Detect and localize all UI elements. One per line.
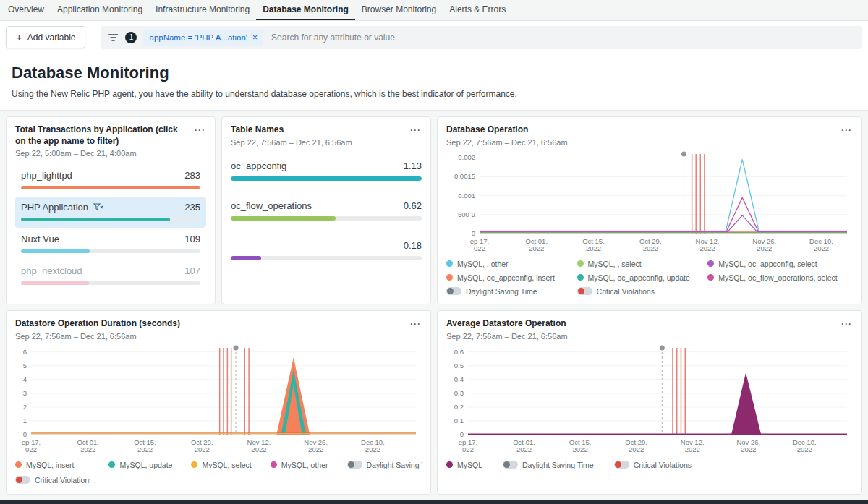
- legend-dot: [446, 461, 453, 468]
- bar-track: [231, 216, 422, 221]
- svg-text:Oct 15,2022: Oct 15,2022: [134, 438, 156, 453]
- critical-violations-toggle[interactable]: [577, 287, 592, 295]
- svg-text:0: 0: [460, 430, 464, 438]
- svg-text:Oct 15,2022: Oct 15,2022: [569, 438, 592, 453]
- svg-text:Oct 29,2022: Oct 29,2022: [625, 438, 647, 453]
- legend-item[interactable]: Critical Violations: [577, 287, 704, 296]
- svg-text:Nov 26,2022: Nov 26,2022: [736, 438, 760, 453]
- legend-label: MySQL, oc_appconfig, update: [588, 273, 690, 282]
- bar-row-unnamed[interactable]: 0.18: [231, 234, 422, 273]
- bar-row-php_lighttpd[interactable]: php_lighttpd283: [15, 165, 206, 196]
- legend-item[interactable]: Daylight Saving Time: [446, 287, 573, 296]
- table-names-bar-list: oc_appconfig1.13oc_flow_operations0.620.…: [231, 154, 422, 273]
- filter-chip-label: appName = 'PHP A...ation': [149, 33, 247, 42]
- legend-item[interactable]: Daylight Saving Time: [503, 461, 594, 469]
- panel-timerange: Sep 22, 7:56am – Dec 21, 6:56am: [446, 332, 571, 341]
- legend-item[interactable]: MySQL, oc_appconfig, insert: [446, 273, 573, 282]
- legend-item[interactable]: MySQL, update: [109, 461, 172, 469]
- bar-track: [21, 218, 200, 221]
- panel-timerange: Sep 22, 7:56am – Dec 21, 6:56am: [15, 332, 184, 341]
- legend-item[interactable]: Critical Violations: [15, 476, 90, 484]
- nav-item-alerts-errors[interactable]: Alerts & Errors: [443, 0, 512, 20]
- search-input[interactable]: [270, 32, 855, 43]
- legend-item[interactable]: MySQL, , select: [577, 260, 704, 268]
- legend-dot: [446, 274, 453, 281]
- panel-database-operation: Database Operation Sep 22, 7:56am – Dec …: [437, 116, 862, 304]
- filter-remove-icon[interactable]: [93, 203, 103, 211]
- panel-menu-button[interactable]: ⋯: [192, 124, 206, 135]
- bar-track: [21, 249, 200, 253]
- svg-text:Nov 26,2022: Nov 26,2022: [752, 237, 776, 252]
- daylight-saving-toggle[interactable]: [347, 461, 362, 469]
- bar-row-oc_appconfig[interactable]: oc_appconfig1.13: [231, 154, 422, 194]
- svg-text:3: 3: [23, 388, 27, 396]
- panel-menu-button[interactable]: ⋯: [839, 318, 853, 329]
- bar-value: 283: [184, 170, 200, 181]
- bar-row-nuxt-vue[interactable]: Nuxt Vue109: [15, 228, 206, 260]
- svg-text:0.4: 0.4: [454, 375, 464, 383]
- avg-datastore-legend: MySQLDaylight Saving TimeCritical Violat…: [446, 461, 853, 469]
- bar-value: 107: [184, 265, 200, 276]
- bar-row-php_nextcloud[interactable]: php_nextcloud107: [15, 260, 206, 291]
- svg-text:0.2: 0.2: [454, 402, 464, 410]
- datastore-duration-legend: MySQL, insertMySQL, updateMySQL, selectM…: [15, 461, 422, 484]
- legend-item[interactable]: Daylight Saving Ti...: [347, 461, 422, 469]
- filter-search-container: 1 appName = 'PHP A...ation' ×: [101, 26, 862, 49]
- svg-text:Nov 26,2022: Nov 26,2022: [304, 438, 328, 453]
- panel-timerange: Sep 22, 5:00am – Dec 21, 4:00am: [15, 149, 192, 158]
- svg-text:4: 4: [23, 375, 27, 383]
- legend-label: MySQL, select: [202, 461, 251, 469]
- critical-violations-toggle[interactable]: [614, 461, 629, 469]
- svg-text:Dec 10,2022: Dec 10,2022: [809, 237, 833, 252]
- svg-text:Nov 12,2022: Nov 12,2022: [696, 237, 720, 252]
- bar-track: [21, 281, 200, 285]
- legend-label: MySQL, oc_appconfig, select: [718, 260, 817, 268]
- svg-text:0.002: 0.002: [458, 153, 475, 161]
- legend-item[interactable]: MySQL, oc_appconfig, select: [707, 260, 853, 268]
- svg-text:0.6: 0.6: [454, 347, 464, 355]
- bar-label: php_nextcloud: [21, 265, 82, 276]
- panel-datastore-duration: Datastore Operation Duration (seconds) S…: [6, 310, 431, 495]
- nav-item-overview[interactable]: Overview: [1, 0, 51, 20]
- panel-title: Total Transactions by Application (click…: [15, 124, 192, 147]
- legend-item[interactable]: MySQL, insert: [15, 461, 90, 469]
- filter-chip[interactable]: appName = 'PHP A...ation' ×: [143, 30, 263, 46]
- legend-dot: [191, 461, 197, 468]
- daylight-saving-toggle[interactable]: [446, 287, 461, 295]
- bar-row-php-application[interactable]: PHP Application235: [15, 197, 206, 228]
- bar-row-oc_flow_operations[interactable]: oc_flow_operations0.62: [231, 194, 422, 234]
- dashboard-grid: Total Transactions by Application (click…: [0, 111, 868, 500]
- bar-fill: [21, 186, 200, 189]
- panel-menu-button[interactable]: ⋯: [839, 124, 853, 135]
- bar-fill: [231, 176, 422, 181]
- nav-item-browser-monitoring[interactable]: Browser Monitoring: [355, 0, 443, 20]
- nav-item-infrastructure-monitoring[interactable]: Infrastructure Monitoring: [149, 0, 256, 20]
- legend-dot: [577, 274, 584, 281]
- panel-menu-button[interactable]: ⋯: [408, 124, 422, 135]
- nav-item-database-monitoring[interactable]: Database Monitoring: [256, 0, 355, 20]
- svg-text:Nov 12,2022: Nov 12,2022: [247, 438, 271, 453]
- add-variable-button[interactable]: + Add variable: [6, 26, 85, 48]
- bar-label: oc_flow_operations: [231, 200, 312, 211]
- nav-item-application-monitoring[interactable]: Application Monitoring: [51, 0, 149, 20]
- legend-item[interactable]: MySQL, other: [271, 461, 328, 469]
- bottom-bar: [0, 500, 868, 504]
- legend-item[interactable]: MySQL: [446, 461, 482, 469]
- legend-dot: [109, 461, 115, 468]
- legend-item[interactable]: MySQL, oc_flow_operations, select: [707, 273, 853, 282]
- legend-item[interactable]: MySQL, , other: [446, 260, 573, 268]
- panel-head: Database Operation Sep 22, 7:56am – Dec …: [446, 124, 853, 147]
- svg-text:6: 6: [23, 347, 27, 355]
- legend-item[interactable]: MySQL, select: [191, 461, 251, 469]
- panel-menu-button[interactable]: ⋯: [408, 318, 422, 329]
- chip-remove-icon[interactable]: ×: [252, 33, 258, 43]
- daylight-saving-toggle[interactable]: [503, 461, 518, 469]
- database-operation-legend: MySQL, , otherMySQL, , selectMySQL, oc_a…: [446, 260, 853, 296]
- legend-item[interactable]: MySQL, oc_appconfig, update: [577, 273, 704, 282]
- critical-violations-toggle[interactable]: [15, 476, 30, 484]
- divider: [93, 28, 93, 47]
- page-subtitle: Using the New Relic PHP agent, you have …: [12, 89, 856, 99]
- bar-value: 0.18: [404, 240, 422, 251]
- svg-text:Oct 01,2022: Oct 01,2022: [513, 438, 535, 453]
- legend-item[interactable]: Critical Violations: [614, 461, 692, 469]
